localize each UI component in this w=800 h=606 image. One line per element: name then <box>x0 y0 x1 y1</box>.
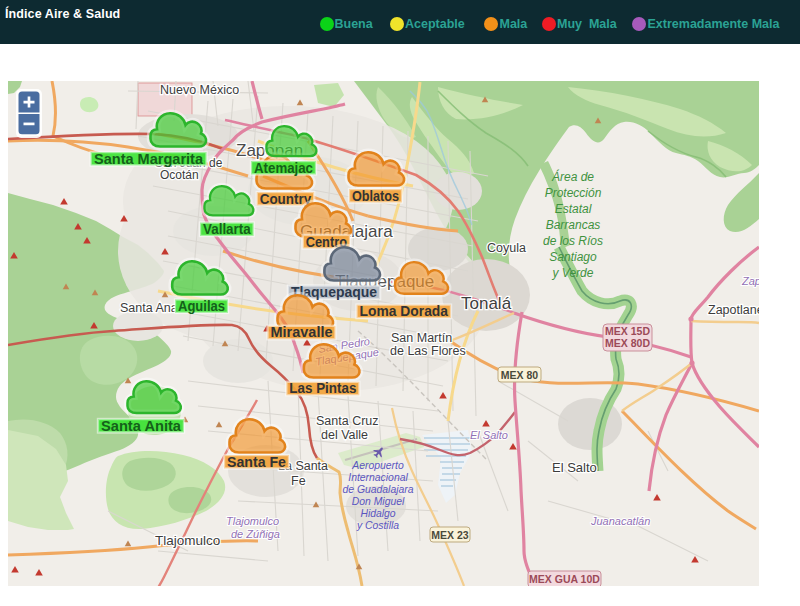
svg-text:El Salto: El Salto <box>552 460 597 475</box>
svg-text:Tlajomulco: Tlajomulco <box>155 533 220 548</box>
svg-text:Oblatos: Oblatos <box>352 188 399 204</box>
svg-text:Nuevo México: Nuevo México <box>160 83 239 97</box>
svg-text:Santa Cruz: Santa Cruz <box>316 414 379 428</box>
svg-text:Las Pintas: Las Pintas <box>289 380 356 396</box>
svg-text:de Las Flores: de Las Flores <box>390 344 466 358</box>
svg-text:Hidalgo: Hidalgo <box>360 508 395 519</box>
svg-text:Estatal: Estatal <box>555 202 592 216</box>
svg-text:Miravalle: Miravalle <box>271 324 333 340</box>
svg-text:Santa Margarita: Santa Margarita <box>94 151 203 167</box>
svg-text:Zapotlane: Zapotlane <box>708 303 759 317</box>
svg-text:Loma Dorada: Loma Dorada <box>360 303 449 319</box>
svg-text:Santiago: Santiago <box>549 250 597 264</box>
svg-text:MEX GUA 10D: MEX GUA 10D <box>529 573 600 585</box>
svg-text:Juanacatlán: Juanacatlán <box>590 515 650 527</box>
svg-text:Área de: Área de <box>551 169 594 184</box>
svg-text:MEX 23: MEX 23 <box>431 529 469 541</box>
svg-text:Ocotán: Ocotán <box>160 168 199 182</box>
svg-text:Santa Ana: Santa Ana <box>120 301 178 315</box>
svg-text:Tlajomulco: Tlajomulco <box>226 515 279 527</box>
svg-text:Don Miguel: Don Miguel <box>352 496 405 507</box>
svg-text:Atemajac: Atemajac <box>254 160 313 176</box>
svg-text:MEX 80: MEX 80 <box>501 369 539 381</box>
svg-text:Aguilas: Aguilas <box>178 298 225 314</box>
svg-text:MEX 80D: MEX 80D <box>605 337 650 349</box>
svg-text:Santa Anita: Santa Anita <box>101 418 181 434</box>
svg-text:Santa Fe: Santa Fe <box>227 454 286 470</box>
svg-text:del Valle: del Valle <box>321 428 368 442</box>
svg-text:San Martín: San Martín <box>391 331 452 345</box>
svg-text:y Costilla: y Costilla <box>356 520 399 531</box>
svg-text:Barrancas: Barrancas <box>546 218 601 232</box>
svg-text:y Verde: y Verde <box>552 266 594 280</box>
svg-text:Fe: Fe <box>291 474 306 488</box>
svg-text:Protección: Protección <box>545 186 602 200</box>
svg-text:Zapo: Zapo <box>741 275 759 287</box>
svg-text:de Zúñiga: de Zúñiga <box>231 528 280 540</box>
svg-text:Tonalá: Tonalá <box>461 294 512 313</box>
svg-text:de los Ríos: de los Ríos <box>543 234 603 248</box>
svg-text:MEX 15D: MEX 15D <box>605 325 650 337</box>
svg-text:El Salto: El Salto <box>470 429 508 441</box>
svg-text:Vallarta: Vallarta <box>203 221 251 237</box>
svg-text:de Guadalajara: de Guadalajara <box>342 484 413 495</box>
svg-text:Internacional: Internacional <box>348 472 408 483</box>
svg-text:Aeropuerto: Aeropuerto <box>351 460 404 471</box>
svg-text:Coyula: Coyula <box>487 241 526 255</box>
